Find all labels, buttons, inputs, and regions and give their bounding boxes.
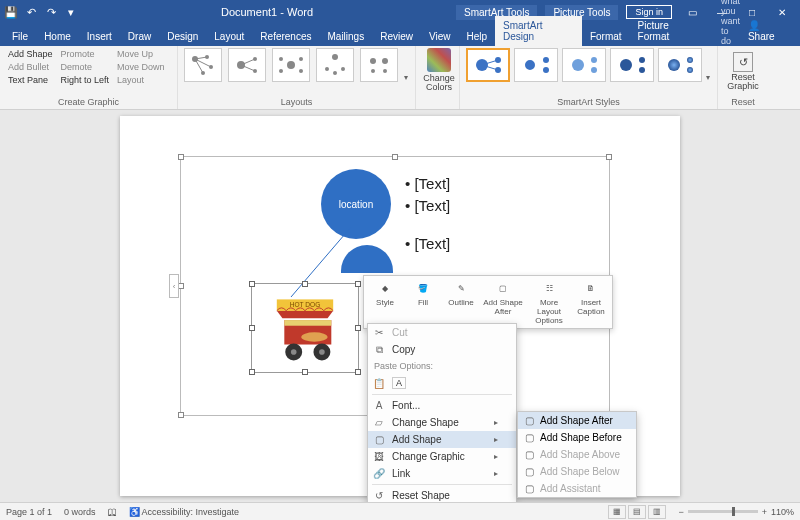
svg-point-47 [291,349,297,355]
style-icon: ◆ [376,279,394,297]
svg-point-50 [301,332,327,341]
tab-help[interactable]: Help [458,27,495,46]
save-icon[interactable]: 💾 [4,5,18,19]
layout-option-2[interactable] [228,48,266,82]
mini-caption-button[interactable]: 🗎Insert Caption [573,279,609,325]
style-option-3[interactable] [562,48,606,82]
bullet-text[interactable]: [Text] [405,233,450,255]
sub-add-after[interactable]: ▢Add Shape After [518,412,636,429]
resize-handle[interactable] [249,325,255,331]
layout-option-4[interactable] [316,48,354,82]
resize-handle[interactable] [355,281,361,287]
ctx-paste-option[interactable]: 📋A [368,374,516,392]
zoom-out-icon[interactable]: − [678,507,683,517]
tab-format[interactable]: Format [582,27,630,46]
page[interactable]: ‹ location [Text] [Text] [Text] [Text] [… [120,116,680,496]
zoom-level[interactable]: 110% [771,507,794,517]
tab-file[interactable]: File [4,27,36,46]
layout-option-1[interactable] [184,48,222,82]
change-colors-button[interactable]: Change Colors [422,48,456,92]
tab-insert[interactable]: Insert [79,27,120,46]
tab-design[interactable]: Design [159,27,206,46]
ctx-add-shape[interactable]: ▢Add Shape▸ [368,431,516,448]
mini-layout-button[interactable]: ☷More Layout Options [527,279,571,325]
style-option-2[interactable] [514,48,558,82]
zoom-in-icon[interactable]: + [762,507,767,517]
ctx-font[interactable]: AFont... [368,397,516,414]
tab-layout[interactable]: Layout [206,27,252,46]
redo-icon[interactable]: ↷ [44,5,58,19]
resize-handle[interactable] [178,154,184,160]
document-area[interactable]: ‹ location [Text] [Text] [Text] [Text] [… [0,110,800,502]
outline-icon: ✎ [452,279,470,297]
promote-button: Promote [59,48,112,60]
bullet-text[interactable]: [Text] [405,195,450,217]
page-count[interactable]: Page 1 of 1 [6,507,52,517]
tab-references[interactable]: References [252,27,319,46]
layouts-more-icon[interactable]: ▾ [404,73,408,82]
layout-option-3[interactable] [272,48,310,82]
link-icon: 🔗 [372,468,386,479]
add-shape-button[interactable]: Add Shape [6,48,55,60]
ctx-link[interactable]: 🔗Link▸ [368,465,516,482]
resize-handle[interactable] [178,412,184,418]
bullet-text[interactable]: [Text] [405,173,450,195]
svg-point-15 [279,69,283,73]
sub-add-before[interactable]: ▢Add Shape Before [518,429,636,446]
tab-mailings[interactable]: Mailings [319,27,372,46]
mini-style-button[interactable]: ◆Style [367,279,403,325]
svg-point-30 [524,59,536,71]
style-option-1[interactable] [466,48,510,82]
web-layout-icon[interactable]: ▥ [648,505,666,519]
resize-handle[interactable] [392,154,398,160]
picture-frame[interactable]: HOT DOG [251,283,359,373]
svg-point-21 [370,58,376,64]
mini-add-shape-button[interactable]: ▢Add Shape After [481,279,525,325]
mini-fill-button[interactable]: 🪣Fill [405,279,441,325]
resize-handle[interactable] [355,369,361,375]
tab-draw[interactable]: Draw [120,27,159,46]
undo-icon[interactable]: ↶ [24,5,38,19]
add-icon: ▢ [372,434,386,445]
style-option-5[interactable] [658,48,702,82]
qat-dropdown-icon[interactable]: ▾ [64,5,78,19]
tab-review[interactable]: Review [372,27,421,46]
group-smartart-styles: ▾ SmartArt Styles [460,46,718,109]
resize-handle[interactable] [302,369,308,375]
text-pane-toggle[interactable]: ‹ [169,274,179,298]
text-pane-button[interactable]: Text Pane [6,74,55,86]
accessibility-status[interactable]: ♿ Accessibility: Investigate [129,507,240,517]
tell-me-field[interactable]: 💡 Tell me what you want to do [709,0,740,46]
print-layout-icon[interactable]: ▤ [628,505,646,519]
group-change-colors: Change Colors [416,46,460,109]
document-title: Document1 - Word [78,6,456,18]
resize-handle[interactable] [302,281,308,287]
mini-outline-button[interactable]: ✎Outline [443,279,479,325]
svg-rect-45 [284,320,331,326]
svg-point-31 [543,57,549,63]
resize-handle[interactable] [355,325,361,331]
layout-option-5[interactable] [360,48,398,82]
smartart-frame[interactable]: ‹ location [Text] [Text] [Text] [Text] [… [180,156,610,416]
ctx-change-graphic[interactable]: 🖼Change Graphic▸ [368,448,516,465]
word-count[interactable]: 0 words [64,507,96,517]
rtl-button[interactable]: Right to Left [59,74,112,86]
tab-picture-format[interactable]: Picture Format [630,16,709,46]
style-option-4[interactable] [610,48,654,82]
resize-handle[interactable] [249,369,255,375]
ctx-change-shape[interactable]: ▱Change Shape▸ [368,414,516,431]
ctx-copy[interactable]: ⧉Copy [368,341,516,358]
tab-home[interactable]: Home [36,27,79,46]
reset-graphic-button[interactable]: ↺ Reset Graphic [724,48,762,91]
language-icon[interactable]: 🕮 [108,507,117,517]
resize-handle[interactable] [249,281,255,287]
tab-view[interactable]: View [421,27,459,46]
read-mode-icon[interactable]: ▦ [608,505,626,519]
shape-icon: ▱ [372,417,386,428]
ctx-reset-shape[interactable]: ↺Reset Shape [368,487,516,502]
styles-more-icon[interactable]: ▾ [706,73,710,82]
tab-smartart-design[interactable]: SmartArt Design [495,16,582,46]
share-button[interactable]: 👤 Share [740,16,796,46]
resize-handle[interactable] [606,154,612,160]
zoom-slider[interactable] [688,510,758,513]
